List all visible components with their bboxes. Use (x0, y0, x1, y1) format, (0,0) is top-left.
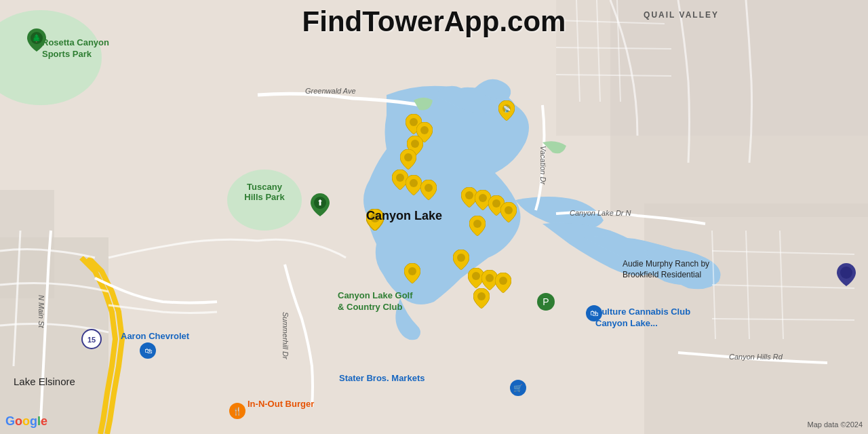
svg-text:📡: 📡 (503, 105, 511, 113)
site-title: FindTowerApp.com (302, 5, 566, 38)
svg-point-34 (425, 184, 433, 192)
svg-point-7 (227, 170, 302, 231)
svg-point-32 (396, 174, 404, 182)
rosetta-park-pin: 🌲 (27, 28, 46, 54)
golf-club-marker[interactable]: P (536, 292, 556, 315)
svg-rect-5 (556, 0, 868, 136)
tower-pin-7[interactable] (406, 175, 422, 198)
in-n-out-pin[interactable]: 🍴 (228, 401, 247, 423)
svg-point-35 (465, 191, 473, 199)
svg-point-30 (411, 140, 419, 148)
svg-point-45 (499, 277, 507, 285)
svg-text:🛍: 🛍 (144, 347, 153, 355)
tower-pin-5[interactable] (400, 149, 416, 172)
svg-text:⬆: ⬆ (317, 198, 323, 208)
tower-pin-8[interactable] (420, 180, 437, 203)
svg-point-31 (404, 153, 412, 161)
svg-text:🌲: 🌲 (32, 33, 41, 43)
svg-text:🛍: 🛍 (590, 309, 598, 318)
culture-cannabis-pin[interactable]: 🛍 (585, 304, 604, 326)
svg-point-44 (486, 274, 494, 282)
svg-text:P: P (542, 296, 549, 307)
svg-point-55 (840, 267, 852, 279)
tower-pin-13[interactable] (469, 216, 486, 239)
svg-point-37 (492, 199, 500, 208)
map-container[interactable]: 15 FindTowerApp.com QUAIL VALLEY Rosetta… (0, 0, 868, 434)
svg-point-42 (408, 267, 416, 275)
stater-bros-pin[interactable]: 🛒 (509, 378, 528, 400)
svg-point-29 (420, 126, 429, 134)
svg-point-46 (477, 292, 486, 300)
map-copyright: Map data ©2024 (808, 420, 863, 429)
aaron-chevrolet-pin[interactable]: 🛍 (138, 341, 157, 363)
audie-murphy-pin[interactable] (837, 263, 856, 289)
google-logo: Google (5, 414, 47, 429)
svg-text:🍴: 🍴 (233, 406, 242, 416)
tower-pin-center[interactable] (366, 209, 384, 233)
svg-point-41 (457, 254, 465, 262)
svg-text:15: 15 (87, 336, 96, 344)
tower-pin-18[interactable] (495, 273, 511, 296)
tower-pin-15[interactable] (404, 263, 420, 286)
tower-pin-12[interactable] (500, 202, 517, 225)
svg-rect-2 (0, 190, 54, 298)
svg-point-40 (473, 220, 481, 228)
svg-point-43 (472, 272, 480, 280)
tower-pin-1[interactable]: 📡 (498, 100, 515, 123)
svg-point-33 (410, 179, 418, 187)
svg-point-38 (505, 206, 513, 214)
tower-pin-14[interactable] (453, 250, 469, 273)
tuscany-park-pin: ⬆ (311, 193, 330, 219)
tower-pin-19[interactable] (473, 288, 490, 311)
svg-point-36 (479, 194, 487, 202)
svg-point-39 (370, 213, 380, 222)
svg-text:🛒: 🛒 (513, 383, 523, 393)
map-background: 15 (0, 0, 868, 434)
